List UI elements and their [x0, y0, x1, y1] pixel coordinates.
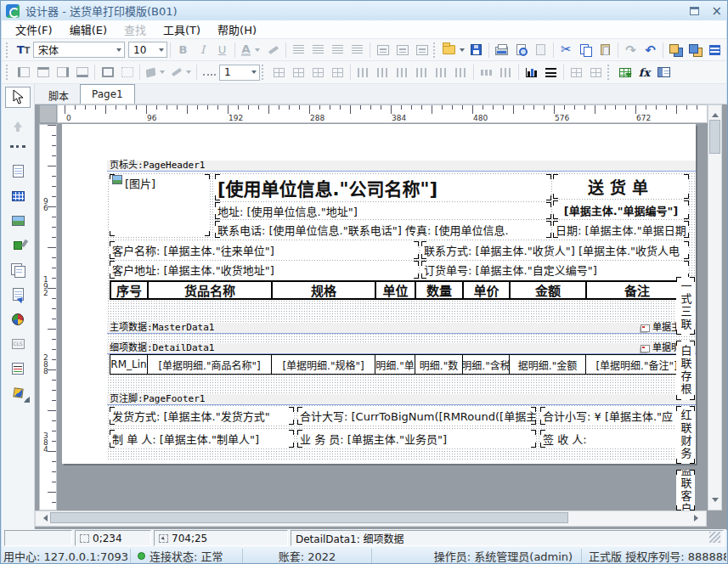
border-right-button[interactable]	[53, 63, 72, 82]
export-button[interactable]	[531, 41, 550, 59]
cut-button[interactable]: ✂	[556, 41, 576, 59]
col-header-product[interactable]: 货品名称	[147, 280, 273, 300]
align-justify-button[interactable]	[347, 41, 367, 59]
col-header-remark[interactable]: 备注	[585, 280, 689, 300]
field-list-button[interactable]	[615, 63, 635, 82]
align-right-button[interactable]	[328, 41, 347, 59]
line-width-select[interactable]: 1	[219, 65, 260, 81]
restore-button[interactable]	[690, 7, 699, 15]
toolbar-grip[interactable]	[433, 42, 437, 58]
valign-top-button[interactable]	[373, 41, 392, 59]
band-master-data[interactable]: 主项数据:MasterData1 单据主	[107, 323, 696, 334]
salesman-element[interactable]: 业 务 员: [单据主体."业务员"]	[297, 430, 536, 448]
scroll-right-arrow[interactable]	[694, 515, 702, 522]
order-number-element[interactable]: 订货单号: [单据主体."自定义编号"]	[421, 261, 689, 279]
text-tool[interactable]	[5, 161, 31, 182]
toolbar-grip[interactable]	[607, 65, 612, 80]
detail-cell-product[interactable]: [单据明细."商品名称"]	[147, 354, 272, 375]
shift-down-button[interactable]	[289, 63, 308, 82]
copy-label-4[interactable]: 蓝联客户	[676, 470, 695, 510]
redo-button[interactable]: ↷	[621, 41, 641, 59]
undo-button[interactable]: ↶	[641, 41, 660, 59]
image-element[interactable]: [图片]	[110, 174, 210, 236]
total-words-element[interactable]: 合计大写: [CurrToBigNum([RMRound([单据主体."	[297, 407, 536, 425]
border-left-button[interactable]	[14, 63, 33, 82]
print-button[interactable]	[492, 41, 511, 59]
align-center-button[interactable]	[308, 41, 328, 59]
table-tool[interactable]	[5, 185, 31, 206]
hand-tool[interactable]	[5, 111, 31, 133]
copy-button[interactable]	[576, 41, 595, 59]
band-tool[interactable]	[5, 136, 31, 157]
address-element[interactable]: 地址: [使用单位信息."地址"]	[215, 202, 551, 219]
align-lefts-button[interactable]	[353, 63, 373, 82]
close-button[interactable]: ×	[711, 7, 722, 15]
detail-cell-remark[interactable]: [单据明细."备注"]	[585, 354, 688, 375]
detail-cell-amount[interactable]: 据明细."金额	[509, 354, 586, 375]
print-preview-button[interactable]	[511, 41, 531, 59]
border-bottom-button[interactable]	[72, 63, 92, 82]
tab-script[interactable]: 脚本	[37, 87, 80, 104]
resize-grip[interactable]	[709, 532, 720, 543]
bold-button[interactable]: B	[173, 41, 193, 59]
vertical-scroll-thumb[interactable]	[709, 120, 720, 154]
col-header-qty[interactable]: 数量	[415, 280, 464, 300]
menu-find[interactable]: 查找	[116, 20, 155, 39]
image-tool[interactable]	[5, 210, 31, 231]
contact-element[interactable]: 联系方式: [单据主体."收货人"] [单据主体."收货人电	[421, 241, 689, 259]
paste-button[interactable]	[595, 41, 615, 59]
font-size-select[interactable]: 10	[128, 42, 167, 58]
receiver-element[interactable]: 签 收 人:	[540, 430, 689, 448]
italic-button[interactable]: I	[193, 41, 212, 59]
size-chart-button[interactable]	[522, 63, 541, 82]
menu-file[interactable]: 文件(F)	[7, 20, 61, 39]
shape-tool[interactable]	[5, 234, 31, 256]
date-element[interactable]: 日期: [单据主体."单据日期	[553, 221, 689, 238]
highlight-button[interactable]	[263, 41, 283, 59]
align-bottoms-button[interactable]	[451, 63, 471, 82]
scroll-left-arrow[interactable]	[40, 515, 48, 522]
horizontal-scroll-thumb[interactable]	[50, 512, 568, 523]
menu-help[interactable]: 帮助(H)	[209, 20, 265, 39]
font-color-button[interactable]: A	[238, 41, 263, 59]
col-header-price[interactable]: 单价	[462, 280, 511, 300]
border-top-button[interactable]	[33, 63, 53, 82]
copy-label-1[interactable]: 一式三联	[676, 277, 695, 335]
same-width-button[interactable]	[477, 63, 496, 82]
band-detail-data[interactable]: 细项数据:DetailData1 单据明	[107, 343, 696, 354]
detail-cell-price[interactable]: 明细."含税	[462, 354, 510, 375]
advanced-tool[interactable]	[5, 382, 31, 403]
subreport-tool[interactable]	[5, 284, 31, 305]
send-to-back-button[interactable]	[686, 41, 705, 59]
detail-cell-seq[interactable]: RM_Lin	[110, 354, 148, 375]
company-name-element[interactable]: [使用单位信息."公司名称"]	[215, 174, 551, 200]
line-color-button[interactable]	[168, 63, 194, 82]
ship-method-element[interactable]: 发货方式: [单据主体."发货方式"	[110, 407, 294, 425]
total-figures-element[interactable]: 合计小写: ¥ [单据主体."应	[540, 407, 689, 425]
report-page[interactable]: 页标头:PageHeader1 [图片] [使用单位信息."公司名称"] 送货单…	[62, 124, 696, 464]
chart-tool[interactable]	[5, 308, 31, 330]
copy-label-3[interactable]: 红联财务	[676, 406, 695, 464]
layout-button[interactable]	[705, 41, 725, 59]
col-header-seq[interactable]: 序号	[110, 280, 149, 300]
valign-bottom-button[interactable]	[412, 41, 432, 59]
maker-element[interactable]: 制 单 人: [单据主体."制单人"]	[110, 430, 294, 448]
properties-button[interactable]	[654, 63, 674, 82]
valign-middle-button[interactable]	[392, 41, 412, 59]
ole-tool[interactable]: CLS	[5, 333, 31, 354]
shrink-button[interactable]	[328, 63, 347, 82]
center-horizontal-button[interactable]	[373, 63, 392, 82]
fill-color-button[interactable]	[143, 63, 168, 82]
scroll-down-arrow[interactable]	[712, 498, 719, 505]
doc-number-element[interactable]: [单据主体."单据编号"]	[553, 200, 689, 219]
align-rights-button[interactable]	[392, 63, 412, 82]
doc-title-element[interactable]: 送货单	[553, 174, 689, 199]
col-header-spec[interactable]: 规格	[271, 280, 376, 300]
multiline-tool[interactable]	[5, 358, 31, 379]
richtext-tool[interactable]	[5, 259, 31, 280]
shift-up-button[interactable]	[269, 63, 289, 82]
menu-tools[interactable]: 工具(T)	[155, 20, 209, 39]
horizontal-scrollbar[interactable]	[35, 510, 707, 527]
phone-fax-element[interactable]: 联系电话: [使用单位信息."联系电话"] 传真: [使用单位信息.	[215, 221, 551, 238]
layers-button[interactable]	[541, 63, 561, 82]
